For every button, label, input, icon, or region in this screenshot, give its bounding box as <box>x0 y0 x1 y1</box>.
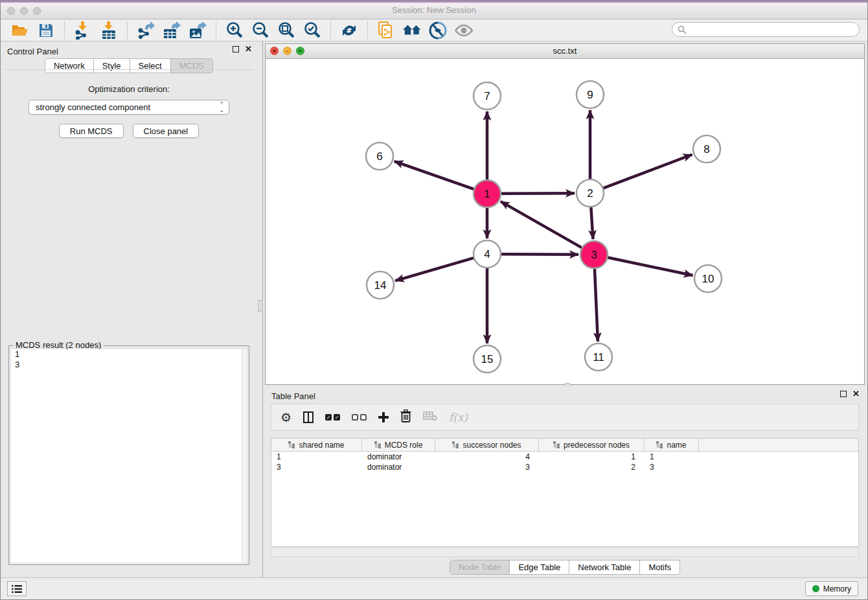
open-session-icon[interactable] <box>10 21 30 40</box>
control-panel: Control Panel ✕ NetworkStyleSelectMCDS O… <box>1 41 257 578</box>
node-label-15: 15 <box>481 353 494 365</box>
import-network-icon[interactable] <box>73 21 93 40</box>
home-icon[interactable] <box>402 21 422 40</box>
select-all-icon[interactable]: ✓✓ <box>325 414 340 421</box>
hide-graphics-details-icon[interactable] <box>428 21 448 40</box>
titlebar: Session: New Session <box>1 1 867 19</box>
float-panel-icon[interactable] <box>233 46 239 52</box>
edge-2-8[interactable] <box>603 154 692 188</box>
table-row[interactable]: 3dominator323 <box>271 462 858 472</box>
import-table-icon[interactable] <box>99 21 119 40</box>
node-label-2: 2 <box>587 187 593 200</box>
edge-4-14[interactable] <box>395 258 474 281</box>
zoom-fit-icon[interactable] <box>277 21 296 40</box>
export-table-icon[interactable] <box>162 21 181 40</box>
edge-3-11[interactable] <box>595 268 598 341</box>
mcds-result-item: 3 <box>11 360 247 370</box>
zoom-in-icon[interactable] <box>225 21 244 40</box>
column-header-predecessor-nodes[interactable]: predecessor nodes <box>539 439 645 451</box>
titlebar-accent <box>1 1 867 3</box>
edge-4-3[interactable] <box>501 254 578 255</box>
node-label-9: 9 <box>587 89 593 101</box>
node-label-4: 4 <box>484 248 490 260</box>
mcds-result-group: MCDS result (2 nodes) 13 <box>8 345 249 565</box>
network-canvas[interactable]: 7968124314101511 <box>266 58 864 384</box>
task-history-button[interactable] <box>7 581 27 596</box>
function-builder-icon: f(x) <box>449 411 468 424</box>
node-label-10: 10 <box>702 273 714 285</box>
tab-edge-table[interactable]: Edge Table <box>510 560 569 575</box>
mcds-panel: Optimization criterion: strongly connect… <box>5 69 253 574</box>
close-table-panel-icon[interactable]: ✕ <box>852 391 860 397</box>
save-session-icon[interactable] <box>36 21 56 40</box>
column-header-successor-nodes[interactable]: successor nodes <box>435 439 539 451</box>
node-table[interactable]: shared nameMCDS rolesuccessor nodesprede… <box>271 438 859 547</box>
select-stepper-icon: ⌃⌄ <box>219 102 224 113</box>
unselect-all-icon[interactable] <box>352 414 367 421</box>
apply-layout-icon[interactable] <box>339 21 359 40</box>
edge-1-2[interactable] <box>501 193 575 194</box>
table-options-icon[interactable]: ⚙ <box>280 411 291 424</box>
column-header-MCDS-role[interactable]: MCDS role <box>362 439 435 451</box>
edge-1-6[interactable] <box>394 161 475 189</box>
search-input[interactable] <box>687 25 859 35</box>
edge-3-10[interactable] <box>608 257 693 275</box>
mcds-result-list[interactable]: 13 <box>11 349 247 562</box>
main-toolbar <box>1 19 867 41</box>
close-panel-icon[interactable]: ✕ <box>245 46 252 52</box>
toolbar-separator <box>64 22 65 39</box>
delete-row-icon[interactable] <box>400 410 411 425</box>
table-cell: dominator <box>362 452 435 462</box>
toolbar-separator <box>216 22 216 39</box>
tab-network-table[interactable]: Network Table <box>569 560 640 575</box>
export-image-icon[interactable] <box>188 21 207 40</box>
node-label-7: 7 <box>484 90 490 102</box>
delete-column-icon <box>423 411 437 424</box>
table-cell: 3 <box>435 462 539 472</box>
control-panel-title: Control Panel <box>7 47 58 56</box>
tab-motifs[interactable]: Motifs <box>640 560 680 575</box>
table-cell: 1 <box>271 452 362 462</box>
zoom-selected-icon[interactable] <box>303 21 322 40</box>
search-icon <box>678 25 687 34</box>
column-header-name[interactable]: name <box>645 439 699 451</box>
result-scrollbar[interactable] <box>242 349 247 562</box>
column-header-shared-name[interactable]: shared name <box>271 439 362 451</box>
mcds-result-item: 1 <box>11 349 247 360</box>
add-row-icon[interactable] <box>378 412 389 422</box>
table-cell: 1 <box>645 452 699 462</box>
mcds-result-title: MCDS result (2 nodes) <box>13 340 104 350</box>
toolbar-separator <box>330 22 331 39</box>
tab-node-table[interactable]: Node Table <box>450 560 510 575</box>
search-box[interactable] <box>672 22 860 37</box>
network-window-titlebar[interactable]: ✕ − + scc.txt <box>266 44 864 59</box>
table-cell: 2 <box>539 462 645 472</box>
show-graphics-details-icon[interactable] <box>454 21 474 40</box>
toolbar-separator <box>127 22 128 39</box>
zoom-out-icon[interactable] <box>251 21 270 40</box>
list-icon <box>12 584 22 594</box>
optimization-criterion-select[interactable]: strongly connected component ⌃⌄ <box>29 100 229 115</box>
table-cell: 3 <box>271 462 362 472</box>
optimization-criterion-value: strongly connected component <box>36 102 150 112</box>
show-column-icon[interactable] <box>303 411 314 423</box>
close-panel-button[interactable]: Close panel <box>133 124 200 138</box>
table-row[interactable]: 1dominator411 <box>271 452 858 462</box>
table-cell: 4 <box>435 452 539 462</box>
edge-3-1[interactable] <box>501 202 582 248</box>
edge-2-3[interactable] <box>591 207 593 239</box>
network-graph[interactable]: 7968124314101511 <box>266 58 864 384</box>
node-label-11: 11 <box>593 351 604 363</box>
memory-button[interactable]: Memory <box>805 581 858 596</box>
network-overview-icon[interactable] <box>376 21 396 40</box>
table-horizontal-scrollbar[interactable] <box>271 548 859 557</box>
node-label-8: 8 <box>703 143 709 156</box>
float-table-panel-icon[interactable] <box>840 391 847 397</box>
export-network-icon[interactable] <box>136 21 155 40</box>
node-label-1: 1 <box>484 188 490 200</box>
table-cell: 1 <box>539 452 645 462</box>
memory-label: Memory <box>823 584 851 594</box>
run-mcds-button[interactable]: Run MCDS <box>59 124 124 138</box>
network-window-title: scc.txt <box>266 46 864 56</box>
panel-divider-grip[interactable] <box>258 300 263 312</box>
